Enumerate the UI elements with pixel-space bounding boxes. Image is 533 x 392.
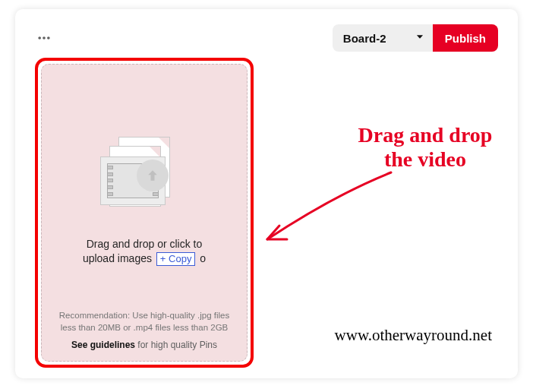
upload-recommendation: Recommendation: Use high-quality .jpg fi… [42, 309, 247, 334]
publish-controls: Board-2 Publish [333, 24, 498, 52]
svg-point-0 [38, 36, 41, 40]
dropzone-line2: upload images + Copy o [68, 251, 220, 266]
copy-chip[interactable]: + Copy [156, 252, 196, 266]
dropzone-instructions: Drag and drop or click to upload images … [68, 237, 220, 266]
dropzone-line1: Drag and drop or click to [68, 237, 220, 251]
chevron-down-icon [415, 32, 425, 45]
svg-point-1 [43, 36, 46, 40]
board-select-value: Board-2 [343, 32, 386, 45]
watermark: www.otherwayround.net [335, 326, 492, 345]
publish-button[interactable]: Publish [433, 24, 498, 52]
topbar: Board-2 Publish [35, 23, 498, 53]
board-select[interactable]: Board-2 [333, 24, 433, 52]
more-options-icon[interactable] [35, 29, 53, 47]
dropzone-footer: Recommendation: Use high-quality .jpg fi… [42, 309, 247, 350]
dropzone-highlight: Drag and drop or click to upload images … [35, 58, 254, 368]
annotation-arrow-icon [251, 165, 402, 256]
upload-graphic [100, 137, 188, 225]
upload-arrow-icon [137, 160, 169, 191]
upload-dropzone[interactable]: Drag and drop or click to upload images … [41, 64, 248, 362]
svg-point-2 [47, 36, 50, 40]
guidelines-link[interactable]: See guidelines for high quality Pins [42, 340, 247, 350]
pin-builder-card: Board-2 Publish [15, 9, 518, 378]
